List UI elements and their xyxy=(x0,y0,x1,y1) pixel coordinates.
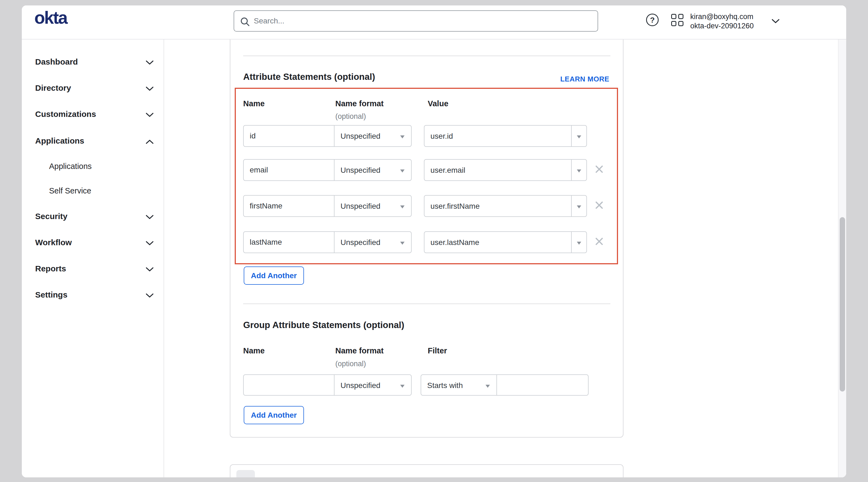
attr-name-input[interactable] xyxy=(243,231,335,253)
chevron-down-icon xyxy=(145,240,154,247)
scrollbar-track xyxy=(838,39,846,477)
dropdown-arrow-icon xyxy=(400,135,405,138)
group-name-format-value: Unspecified xyxy=(340,381,380,390)
attr-col-value: Value xyxy=(428,99,448,108)
attr-name-format-select[interactable]: Unspecified xyxy=(334,125,412,147)
attr-name-format-select[interactable]: Unspecified xyxy=(334,231,412,253)
dropdown-arrow-icon xyxy=(400,242,405,245)
top-nav-bar: okta ? kiran@boxyhq.com okta-dev-2090126… xyxy=(22,5,846,39)
group-name-format-select[interactable]: Unspecified xyxy=(334,374,412,396)
sidebar-item-workflow[interactable]: Workflow xyxy=(22,234,163,251)
sidebar-item-reports[interactable]: Reports xyxy=(22,261,163,277)
group-filter-value-input[interactable] xyxy=(496,374,589,396)
combo-divider xyxy=(571,160,572,181)
section-divider xyxy=(243,56,610,56)
sidebar-item-self-service[interactable]: Self Service xyxy=(22,183,163,199)
sidebar-item-settings[interactable]: Settings xyxy=(22,287,163,303)
group-name-input[interactable] xyxy=(243,374,335,396)
group-attribute-statements-title: Group Attribute Statements (optional) xyxy=(243,320,404,330)
sidebar-item-label: Dashboard xyxy=(35,57,78,66)
search-input[interactable] xyxy=(253,12,592,30)
combo-divider xyxy=(571,196,572,216)
sidebar-item-customizations[interactable]: Customizations xyxy=(22,106,163,123)
attr-optional-note: (optional) xyxy=(335,112,366,121)
apps-grid-icon[interactable] xyxy=(671,14,684,26)
group-col-format: Name format xyxy=(335,346,383,355)
okta-logo[interactable]: okta xyxy=(34,8,67,28)
chevron-down-icon xyxy=(145,112,154,119)
remove-row-icon[interactable] xyxy=(595,165,607,176)
sidebar-item-label: Directory xyxy=(35,84,71,93)
sidebar-item-applications[interactable]: Applications xyxy=(22,159,163,175)
chevron-down-icon xyxy=(145,293,154,299)
attr-value-text: user.id xyxy=(430,132,453,140)
attr-name-format-select[interactable]: Unspecified xyxy=(334,159,412,181)
section-divider xyxy=(243,303,610,304)
account-menu[interactable]: kiran@boxyhq.com okta-dev-20901260 xyxy=(690,12,754,31)
account-org: okta-dev-20901260 xyxy=(690,21,754,31)
attr-value-select[interactable]: user.lastName xyxy=(424,231,587,253)
attr-name-format-value: Unspecified xyxy=(340,166,380,175)
dropdown-arrow-icon xyxy=(400,385,405,388)
dropdown-arrow-icon xyxy=(577,242,581,245)
dropdown-arrow-icon xyxy=(400,205,405,208)
attr-value-select[interactable]: user.id xyxy=(424,125,587,147)
attr-col-name: Name xyxy=(243,99,265,108)
search-box[interactable] xyxy=(234,10,598,32)
browser-window: okta ? kiran@boxyhq.com okta-dev-2090126… xyxy=(22,5,846,477)
add-another-group-attribute-button[interactable]: Add Another xyxy=(244,406,304,424)
learn-more-link[interactable]: LEARN MORE xyxy=(560,75,609,84)
group-col-name: Name xyxy=(243,346,265,355)
remove-row-icon[interactable] xyxy=(595,200,607,213)
sidebar-item-label: Customizations xyxy=(35,109,96,119)
group-col-filter: Filter xyxy=(428,346,447,355)
sidebar-item-label: Applications xyxy=(49,162,92,171)
account-email: kiran@boxyhq.com xyxy=(690,12,754,21)
section-thumbnail-placeholder xyxy=(236,470,255,477)
search-icon xyxy=(240,17,250,27)
scrollbar-thumb[interactable] xyxy=(840,217,845,391)
attr-name-input[interactable] xyxy=(243,195,335,217)
sidebar-item-label: Settings xyxy=(35,290,67,299)
attr-name-format-value: Unspecified xyxy=(340,238,380,247)
dropdown-arrow-icon xyxy=(577,135,581,138)
group-filter-type-value: Starts with xyxy=(427,381,463,390)
sidebar-item-label: Reports xyxy=(35,264,66,273)
help-icon[interactable]: ? xyxy=(646,13,659,26)
attr-value-select[interactable]: user.email xyxy=(424,159,587,181)
sidebar-item-applications[interactable]: Applications xyxy=(22,133,163,149)
next-section-card xyxy=(230,464,623,477)
attr-value-text: user.firstName xyxy=(430,202,480,211)
attr-name-format-select[interactable]: Unspecified xyxy=(334,195,412,217)
attr-value-select[interactable]: user.firstName xyxy=(424,195,587,217)
attr-name-input[interactable] xyxy=(243,125,335,147)
sidebar-item-label: Workflow xyxy=(35,238,72,247)
account-chevron-down-icon[interactable] xyxy=(771,19,780,24)
chevron-down-icon xyxy=(145,86,154,93)
combo-divider xyxy=(571,232,572,253)
dropdown-arrow-icon xyxy=(577,169,581,172)
attr-name-format-value: Unspecified xyxy=(340,132,380,140)
dropdown-arrow-icon xyxy=(577,205,581,208)
attr-value-text: user.lastName xyxy=(430,238,479,247)
sidebar: DashboardDirectoryCustomizationsApplicat… xyxy=(22,39,164,477)
group-filter-type-select[interactable]: Starts with xyxy=(421,374,497,396)
sidebar-item-label: Security xyxy=(35,212,67,221)
sidebar-item-label: Self Service xyxy=(49,186,91,195)
remove-row-icon[interactable] xyxy=(595,237,607,249)
dropdown-arrow-icon xyxy=(400,169,405,172)
saml-settings-card: Attribute Statements (optional) LEARN MO… xyxy=(230,39,623,438)
sidebar-item-directory[interactable]: Directory xyxy=(22,80,163,96)
chevron-up-icon xyxy=(145,139,154,146)
attr-name-input[interactable] xyxy=(243,159,335,181)
sidebar-item-dashboard[interactable]: Dashboard xyxy=(22,54,163,70)
chevron-down-icon xyxy=(145,215,154,221)
group-optional-note: (optional) xyxy=(335,360,366,368)
combo-divider xyxy=(571,126,572,146)
screen: okta ? kiran@boxyhq.com okta-dev-2090126… xyxy=(0,0,868,482)
sidebar-item-security[interactable]: Security xyxy=(22,208,163,225)
sidebar-item-label: Applications xyxy=(35,136,84,146)
attr-value-text: user.email xyxy=(430,166,465,175)
content-area: Attribute Statements (optional) LEARN MO… xyxy=(164,39,846,477)
add-another-attribute-button[interactable]: Add Another xyxy=(244,266,304,285)
